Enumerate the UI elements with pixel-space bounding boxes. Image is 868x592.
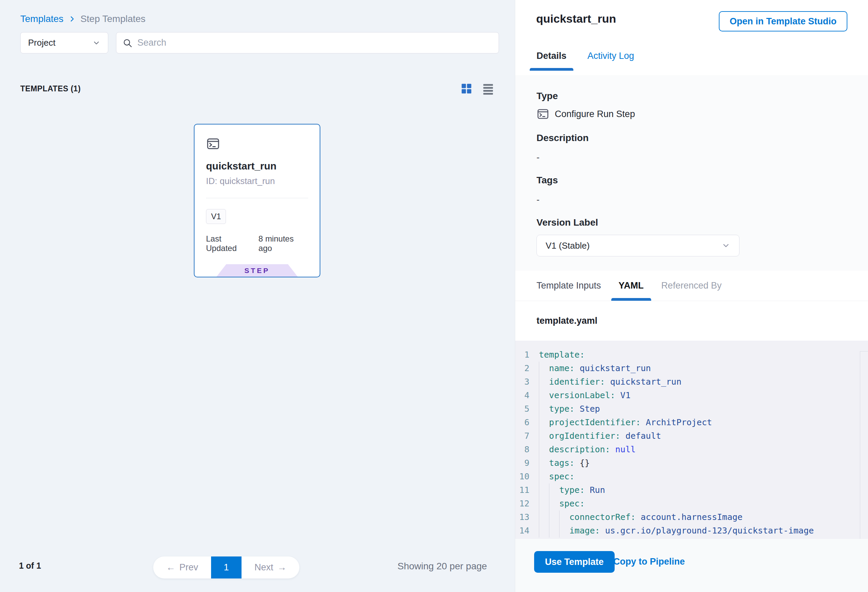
version-badge: V1 xyxy=(206,209,226,224)
pagination-next-button[interactable]: Next → xyxy=(242,557,300,579)
scope-selector-dropdown[interactable]: Project xyxy=(20,32,108,53)
yaml-code-lines: 1template:2 name: quickstart_run3 identi… xyxy=(515,348,868,537)
yaml-code-line: 5 type: Step xyxy=(515,402,868,416)
open-template-studio-button[interactable]: Open in Template Studio xyxy=(719,11,847,31)
details-title: quickstart_run xyxy=(536,12,616,25)
list-view-icon[interactable] xyxy=(482,82,495,95)
template-card-quickstart-run[interactable]: quickstart_run ID: quickstart_run V1 Las… xyxy=(194,124,320,278)
breadcrumb-templates-link[interactable]: Templates xyxy=(20,13,63,24)
yaml-code-line: 6 projectIdentifier: ArchitProject xyxy=(515,416,868,429)
run-step-terminal-icon xyxy=(206,137,308,151)
yaml-code-line: 1template: xyxy=(515,348,868,362)
description-value: - xyxy=(536,152,847,163)
version-select-value: V1 (Stable) xyxy=(546,241,590,251)
chevron-down-icon xyxy=(722,241,730,250)
yaml-tab-bar: Template Inputs YAML Referenced By xyxy=(515,271,868,301)
next-label: Next xyxy=(254,562,273,573)
yaml-code-viewer[interactable]: 1template:2 name: quickstart_run3 identi… xyxy=(515,341,868,539)
yaml-code-line: 10 spec: xyxy=(515,470,868,483)
scope-selector-value: Project xyxy=(28,38,56,48)
indent-guide xyxy=(559,511,559,537)
prev-label: Prev xyxy=(179,562,198,573)
view-toggles xyxy=(460,82,495,95)
template-details-panel: quickstart_run Open in Template Studio D… xyxy=(515,0,868,592)
yaml-file-name: template.yaml xyxy=(536,316,597,326)
yaml-file-row: template.yaml xyxy=(515,301,868,341)
templates-count-label: TEMPLATES (1) xyxy=(20,84,81,93)
type-label: Type xyxy=(536,91,847,102)
arrow-right-icon: → xyxy=(278,562,286,573)
yaml-code-line: 7 orgIdentifier: default xyxy=(515,429,868,443)
chevron-right-icon xyxy=(68,15,76,23)
search-box[interactable] xyxy=(116,32,499,53)
details-footer: Use Template Copy to Pipeline xyxy=(515,539,868,592)
type-value: Configure Run Step xyxy=(555,109,635,120)
yaml-code-line: 11 type: Run xyxy=(515,483,868,497)
yaml-code-line: 2 name: quickstart_run xyxy=(515,362,868,375)
tags-label: Tags xyxy=(536,175,847,186)
yaml-code-line: 3 identifier: quickstart_run xyxy=(515,375,868,389)
tab-details[interactable]: Details xyxy=(536,51,567,71)
type-value-row: Configure Run Step xyxy=(536,108,847,120)
grid-view-icon[interactable] xyxy=(460,82,473,95)
pagination-summary: 1 of 1 xyxy=(19,561,41,571)
code-scrollbar-track[interactable] xyxy=(860,351,868,539)
last-updated-label: Last Updated xyxy=(206,234,253,253)
tags-value: - xyxy=(536,195,847,205)
use-template-button[interactable]: Use Template xyxy=(534,551,615,573)
search-icon xyxy=(123,38,133,48)
details-section: Type Configure Run Step Description - Ta… xyxy=(515,75,868,271)
templates-list-panel: Templates Step Templates Project TEMPLAT… xyxy=(0,0,515,592)
tab-template-inputs[interactable]: Template Inputs xyxy=(536,271,601,301)
arrow-left-icon: ← xyxy=(166,562,175,573)
step-type-tag: STEP xyxy=(217,264,298,277)
details-header: quickstart_run Open in Template Studio xyxy=(515,0,868,51)
last-updated-row: Last Updated 8 minutes ago xyxy=(206,234,308,253)
version-label: Version Label xyxy=(536,217,847,228)
tab-activity-log[interactable]: Activity Log xyxy=(588,51,634,71)
breadcrumb: Templates Step Templates xyxy=(20,13,145,24)
version-select-dropdown[interactable]: V1 (Stable) xyxy=(536,235,740,257)
pagination-prev-button[interactable]: ← Prev xyxy=(153,557,211,579)
search-input[interactable] xyxy=(137,38,493,48)
pagination: ← Prev 1 Next → xyxy=(153,557,300,579)
run-step-terminal-icon xyxy=(536,108,549,120)
yaml-code-line: 8 description: null xyxy=(515,443,868,456)
yaml-code-line: 13 connectorRef: account.harnessImage xyxy=(515,511,868,524)
indent-guide xyxy=(539,362,539,537)
template-card-id: ID: quickstart_run xyxy=(206,176,308,186)
chevron-down-icon xyxy=(92,39,100,47)
description-label: Description xyxy=(536,133,847,143)
details-tab-bar: Details Activity Log xyxy=(515,51,868,75)
tab-yaml[interactable]: YAML xyxy=(619,271,644,301)
tab-referenced-by[interactable]: Referenced By xyxy=(661,271,722,301)
yaml-code-line: 12 spec: xyxy=(515,497,868,511)
yaml-code-line: 9 tags: {} xyxy=(515,456,868,470)
yaml-code-line: 14 image: us.gcr.io/playground-123/quick… xyxy=(515,524,868,537)
yaml-code-line: 4 versionLabel: V1 xyxy=(515,389,868,402)
card-divider xyxy=(206,198,308,198)
per-page-label: Showing 20 per page xyxy=(397,561,487,572)
template-card-title: quickstart_run xyxy=(206,160,308,172)
indent-guide xyxy=(549,483,549,537)
pagination-page-1[interactable]: 1 xyxy=(211,557,242,579)
copy-to-pipeline-link[interactable]: Copy to Pipeline xyxy=(613,557,685,567)
templates-list-header: TEMPLATES (1) xyxy=(20,81,495,96)
breadcrumb-current: Step Templates xyxy=(81,13,146,24)
last-updated-value: 8 minutes ago xyxy=(258,234,308,253)
